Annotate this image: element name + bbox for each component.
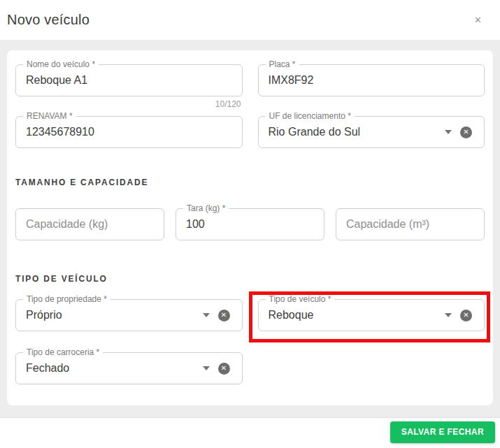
chevron-down-icon[interactable] <box>445 313 452 317</box>
tare-field[interactable]: Tara (kg) * <box>176 208 324 240</box>
renavam-input[interactable] <box>26 126 232 138</box>
renavam-field[interactable]: RENAVAM * <box>15 116 243 148</box>
new-vehicle-dialog: Novo veículo ✕ Nome do veículo * Placa * <box>0 0 500 448</box>
clear-icon[interactable]: ✕ <box>460 127 472 138</box>
counter-row: 10/120 <box>15 99 485 109</box>
tare-label: Tara (kg) * <box>183 203 229 213</box>
capacity-kg-input[interactable] <box>26 218 154 231</box>
ownership-type-value: Próprio <box>26 309 203 321</box>
clear-x-glyph: ✕ <box>463 129 469 136</box>
save-and-close-button[interactable]: SALVAR E FECHAR <box>390 421 495 443</box>
clear-x-glyph: ✕ <box>463 312 469 319</box>
vehicle-type-select[interactable]: Tipo de veículo * Reboque ✕ <box>258 299 485 331</box>
plate-input[interactable] <box>269 74 475 87</box>
body-type-label: Tipo de carroceria * <box>23 347 103 357</box>
license-state-label: UF de licenciamento * <box>266 111 355 121</box>
vehicle-name-label: Nome do veículo * <box>23 59 99 69</box>
vehicle-name-field[interactable]: Nome do veículo * <box>15 64 243 96</box>
tare-input[interactable] <box>186 218 314 231</box>
capacity-m3-field[interactable] <box>336 208 485 240</box>
clear-icon[interactable]: ✕ <box>218 310 230 321</box>
vehicle-name-input[interactable] <box>26 74 232 87</box>
clear-x-glyph: ✕ <box>221 312 227 319</box>
section-size-capacity: TAMANHO E CAPACIDADE <box>15 178 485 187</box>
close-icon[interactable]: ✕ <box>471 13 485 27</box>
dialog-header: Novo veículo ✕ <box>0 0 500 40</box>
chevron-down-icon[interactable] <box>445 130 452 134</box>
plate-field[interactable]: Placa * <box>258 64 485 96</box>
char-counter: 10/120 <box>15 99 243 109</box>
body-type-select[interactable]: Tipo de carroceria * Fechado ✕ <box>15 352 243 384</box>
vehicle-type-label: Tipo de veículo * <box>266 294 335 304</box>
plate-label: Placa * <box>266 59 299 69</box>
dialog-footer: SALVAR E FECHAR <box>0 417 500 448</box>
vehicle-type-value: Reboque <box>269 309 445 321</box>
row-bodytype: Tipo de carroceria * Fechado ✕ <box>15 352 485 384</box>
row-renavam-uf: RENAVAM * UF de licenciamento * Rio Gran… <box>15 116 485 148</box>
dialog-body: Nome do veículo * Placa * 10/120 <box>0 40 500 417</box>
body-type-value: Fechado <box>26 362 203 375</box>
clear-icon[interactable]: ✕ <box>218 363 230 375</box>
chevron-down-icon[interactable] <box>203 366 210 370</box>
row-name-plate: Nome do veículo * Placa * <box>15 64 485 96</box>
row-ownership-vehicletype: Tipo de propriedade * Próprio ✕ Tipo de … <box>15 299 485 331</box>
renavam-label: RENAVAM * <box>23 111 76 121</box>
page-title: Novo veículo <box>7 12 90 28</box>
license-state-select[interactable]: UF de licenciamento * Rio Grande do Sul … <box>258 116 485 148</box>
chevron-down-icon[interactable] <box>203 313 210 317</box>
section-vehicle-type: TIPO DE VEÍCULO <box>15 274 485 284</box>
ownership-type-select[interactable]: Tipo de propriedade * Próprio ✕ <box>15 299 243 331</box>
capacity-kg-field[interactable] <box>15 208 164 240</box>
license-state-value: Rio Grande do Sul <box>269 126 445 138</box>
row-capacities: Tara (kg) * <box>15 208 485 240</box>
clear-x-glyph: ✕ <box>221 365 227 372</box>
capacity-m3-input[interactable] <box>346 218 474 231</box>
ownership-type-label: Tipo de propriedade * <box>23 294 110 304</box>
form-card: Nome do veículo * Placa * 10/120 <box>7 50 493 405</box>
clear-icon[interactable]: ✕ <box>460 310 472 321</box>
